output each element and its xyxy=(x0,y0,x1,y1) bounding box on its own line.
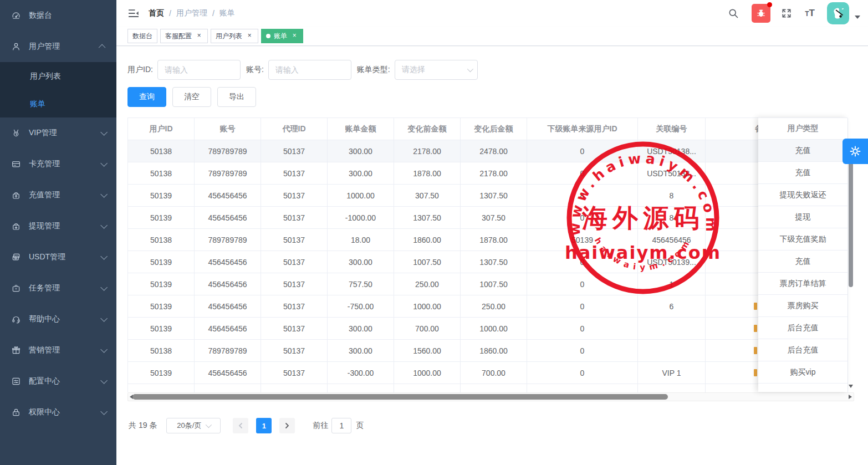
cell-user_id: 50139 xyxy=(128,318,195,340)
tags-view-bar: 数据台客服配置×用户列表×账单× xyxy=(116,27,868,46)
table-row[interactable]: 5013945645645650137-1000.001307.50307.50… xyxy=(128,207,847,229)
sidebar-item-user[interactable]: 用户管理 xyxy=(0,31,116,62)
cell-source_user: 50139 xyxy=(527,229,638,251)
sidebar-item-card[interactable]: 卡充管理 xyxy=(0,149,116,180)
account-label: 账号: xyxy=(246,65,264,75)
prev-page-button[interactable] xyxy=(233,418,248,433)
cell-agent_id: 50137 xyxy=(261,185,328,207)
cell-before: 1560.00 xyxy=(394,340,461,362)
avatar[interactable] xyxy=(827,2,849,24)
sidebar-item-config[interactable]: 配置中心 xyxy=(0,366,116,397)
sidebar-menu: 数据台用户管理用户列表账单VIP管理卡充管理充值管理提现管理USDT管理任务管理… xyxy=(0,0,116,428)
scroll-right-arrow-icon[interactable] xyxy=(849,395,852,399)
column-header-7: 关联编号 xyxy=(638,118,706,140)
font-size-icon[interactable]: TT xyxy=(805,8,815,19)
cell-user-type: 后台充值 xyxy=(758,339,847,361)
cell-after: 1000.00 xyxy=(461,318,527,340)
cell-ref: USDT50139... xyxy=(638,251,706,273)
cell-before: 1860.00 xyxy=(394,229,461,251)
breadcrumb-user-management[interactable]: 用户管理 xyxy=(176,8,207,18)
usdt-icon xyxy=(11,252,21,262)
scroll-down-arrow-icon[interactable] xyxy=(849,385,853,388)
user-id-input[interactable] xyxy=(157,60,241,80)
settings-panel-button[interactable] xyxy=(843,139,868,164)
sidebar-item-task[interactable]: 任务管理 xyxy=(0,273,116,304)
next-page-button[interactable] xyxy=(279,418,295,433)
table-row[interactable]: 5013945645645650137-750.001000.00250.000… xyxy=(128,295,847,318)
page-size-select[interactable]: 20条/页 xyxy=(166,418,221,433)
error-log-button[interactable] xyxy=(752,4,770,23)
cell-user_id: 50139 xyxy=(128,251,195,273)
card-icon xyxy=(11,159,21,169)
table-row[interactable]: 501387897897895013718.001860.001878.0050… xyxy=(128,229,847,251)
close-icon[interactable]: × xyxy=(290,32,298,40)
bill-type-select[interactable]: 请选择 xyxy=(395,60,478,80)
tab-账单[interactable]: 账单× xyxy=(261,29,303,43)
table-row[interactable]: 5013945645645650137-300.001000.00700.000… xyxy=(128,362,847,384)
sidebar-subitem-账单[interactable]: 账单 xyxy=(0,90,116,117)
horizontal-scrollbar[interactable] xyxy=(127,392,854,401)
cell-amount: 1000.00 xyxy=(328,185,394,207)
table-row[interactable]: 5013878978978950137300.001878.002178.000… xyxy=(128,162,847,185)
pagination: 共 19 条 20条/页 1 前往 页 xyxy=(129,418,868,433)
table-row[interactable]: 5013945645645650137300.00700.001000.000 xyxy=(128,318,847,340)
cell-account: 456456456 xyxy=(195,207,261,229)
horizontal-scrollbar-thumb[interactable] xyxy=(132,394,668,400)
avatar-caret-icon[interactable] xyxy=(855,16,860,19)
sidebar-item-vip[interactable]: VIP管理 xyxy=(0,117,116,149)
gear-icon xyxy=(848,144,862,159)
cell-user-type: 提现失败返还 xyxy=(758,184,847,206)
sidebar-item-usdt[interactable]: USDT管理 xyxy=(0,242,116,273)
breadcrumb-home[interactable]: 首页 xyxy=(149,8,164,18)
chevron-down-icon xyxy=(467,66,473,72)
search-button[interactable]: 查询 xyxy=(127,87,166,107)
close-icon[interactable]: × xyxy=(195,32,203,40)
clear-button[interactable]: 清空 xyxy=(172,87,211,107)
sidebar-item-permission[interactable]: 权限中心 xyxy=(0,397,116,428)
cell-source_user: 0 xyxy=(527,140,638,162)
sidebar-item-recharge[interactable]: 充值管理 xyxy=(0,180,116,211)
bill-table: 用户ID账号代理ID账单金额变化前金额变化后金额下级账单来源用户ID关联编号备注… xyxy=(127,117,854,401)
cell-agent_id: 50137 xyxy=(261,362,328,384)
cell-user_id: 50138 xyxy=(128,140,195,162)
sidebar-item-withdraw[interactable]: 提现管理 xyxy=(0,211,116,242)
cell-account: 456456456 xyxy=(195,318,261,340)
cell-user_id: 50139 xyxy=(128,362,195,384)
sidebar-item-help[interactable]: 帮助中心 xyxy=(0,304,116,335)
export-button[interactable]: 导出 xyxy=(217,87,256,107)
sidebar-item-label: VIP管理 xyxy=(29,128,100,138)
sidebar-fold-icon[interactable] xyxy=(127,7,140,19)
cell-after: 1007.50 xyxy=(461,273,527,295)
tab-label: 数据台 xyxy=(132,32,152,41)
table-row[interactable]: 50139456456456501371000.00307.501307.508… xyxy=(128,185,847,207)
table-row[interactable]: 5013878978978950137300.001560.001860.000 xyxy=(128,340,847,362)
table-row[interactable]: 5013945645645650137757.50250.001007.5001 xyxy=(128,273,847,295)
page-number-1[interactable]: 1 xyxy=(256,418,272,433)
sidebar-subitem-用户列表[interactable]: 用户列表 xyxy=(0,62,116,90)
cell-empty xyxy=(128,384,195,392)
top-navbar: 首页 / 用户管理 / 账单 TT xyxy=(116,0,868,27)
table-row[interactable]: 5013878978978950137300.002178.002478.000… xyxy=(128,140,847,162)
cell-amount: 18.00 xyxy=(328,229,394,251)
close-icon[interactable]: × xyxy=(246,32,253,40)
search-icon[interactable] xyxy=(727,7,739,19)
sidebar-item-marketing[interactable]: 营销管理 xyxy=(0,335,116,366)
cell-empty xyxy=(638,384,706,392)
bill-type-label: 账单类型: xyxy=(357,65,390,75)
cell-source_user: 0 xyxy=(527,207,638,229)
tab-用户列表[interactable]: 用户列表× xyxy=(211,29,258,43)
tab-数据台[interactable]: 数据台 xyxy=(127,29,157,43)
sidebar-item-dashboard[interactable]: 数据台 xyxy=(0,0,116,31)
fullscreen-icon[interactable] xyxy=(780,7,793,19)
table-row[interactable]: 5013945645645650137300.001007.501307.500… xyxy=(128,251,847,273)
cell-empty xyxy=(527,384,638,392)
column-header-0: 用户ID xyxy=(128,118,195,140)
goto-page-input[interactable] xyxy=(331,418,351,433)
tab-客服配置[interactable]: 客服配置× xyxy=(160,29,208,43)
cell-amount: -1000.00 xyxy=(328,207,394,229)
vertical-scrollbar-thumb[interactable] xyxy=(849,144,853,287)
cell-ref: VIP 1 xyxy=(638,362,706,384)
withdraw-icon xyxy=(11,221,21,231)
account-input[interactable] xyxy=(268,60,351,80)
config-icon xyxy=(11,376,21,386)
